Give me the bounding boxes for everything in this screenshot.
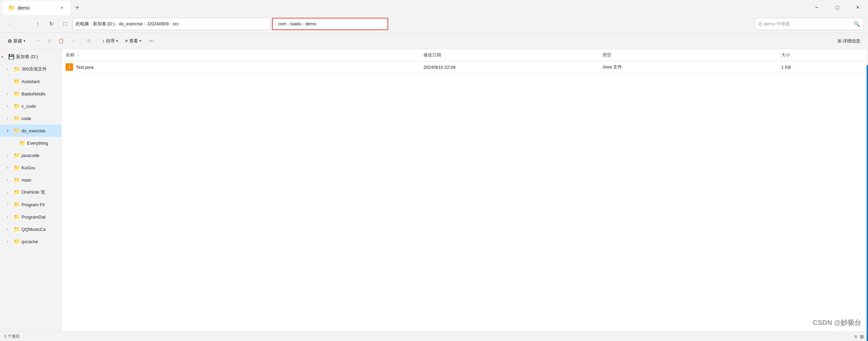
- sidebar-item-programfiles[interactable]: › 📁 Program Fil: [0, 198, 61, 211]
- sidebar-item-label-programdata: ProgramDat: [22, 214, 45, 220]
- search-bar[interactable]: 在 demo 中搜索 🔍: [755, 18, 864, 30]
- breadcrumb-do-exercise[interactable]: do_exercise: [119, 21, 143, 26]
- sidebar-item-label-programfiles: Program Fil: [22, 202, 44, 207]
- expand-arrow-onenote: ›: [7, 191, 12, 194]
- tab-title: demo: [18, 5, 30, 11]
- breadcrumb-sep5: ›: [275, 22, 277, 26]
- sidebar-item-qqmusic[interactable]: › 📁 QQMusicCa: [0, 223, 61, 235]
- sidebar-item-360[interactable]: › 📁 360压缩文件: [0, 63, 61, 75]
- sidebar-item-label-kugou: KuGou: [22, 165, 35, 170]
- close-button[interactable]: ×: [847, 0, 868, 15]
- sidebar-item-onenote[interactable]: › 📁 OneNote 笔: [0, 186, 61, 198]
- watermark: CSDN @妙极台: [813, 318, 861, 327]
- file-date: 2024/9/10 22:04: [419, 61, 598, 73]
- expand-arrow-360: ›: [7, 67, 12, 71]
- sidebar-item-ccode[interactable]: › 📁 c_code: [0, 100, 61, 112]
- breadcrumb-left[interactable]: 此电脑 › 新加卷 (D:) › do_exercise › J20240909…: [72, 18, 271, 30]
- sidebar-item-baidu[interactable]: › 📁 BaiduNetdis: [0, 88, 61, 100]
- details-button[interactable]: ⊞ 详细信息: [834, 35, 864, 47]
- breadcrumb-demo[interactable]: demo: [305, 21, 316, 26]
- sidebar-item-assistant[interactable]: 📁 Assistant: [0, 75, 61, 88]
- col-header-type[interactable]: 类型: [598, 49, 777, 61]
- copy-icon: ⧉: [48, 38, 51, 44]
- more-button[interactable]: ···: [145, 35, 158, 47]
- sidebar-item-label-code: code: [22, 116, 31, 121]
- sort-button[interactable]: ↕ 排序 ▾: [99, 35, 121, 47]
- new-tab-button[interactable]: +: [71, 0, 83, 15]
- sidebar-item-label-qqmusic: QQMusicCa: [22, 227, 46, 232]
- up-button[interactable]: ↑: [31, 18, 44, 30]
- cut-icon: ✂: [37, 38, 40, 43]
- search-icon[interactable]: 🔍: [854, 21, 860, 27]
- sidebar-item-label-everything: Everything: [27, 141, 48, 146]
- col-header-date[interactable]: 修改日期: [419, 49, 598, 61]
- file-table: 名称 ↑ 修改日期 类型 大小 J Test.java 2: [62, 49, 867, 73]
- paste-icon: 📋: [58, 38, 64, 43]
- sidebar-item-main[interactable]: › 📁 main: [0, 174, 61, 186]
- search-placeholder: 在 demo 中搜索: [758, 21, 851, 27]
- sidebar-item-label-onenote: OneNote 笔: [22, 189, 45, 195]
- view-grid-icon[interactable]: ⊞: [860, 334, 864, 339]
- folder-icon-qvcache: 📁: [14, 238, 20, 245]
- active-tab[interactable]: 📁 demo ×: [3, 0, 71, 15]
- breadcrumb-com[interactable]: com: [278, 21, 287, 26]
- view-icon: ≡: [125, 38, 128, 43]
- view-list-icon[interactable]: ≡: [854, 334, 857, 339]
- sidebar-item-label-drive: 新加卷 (D:): [16, 54, 38, 60]
- expand-arrow-kugou: ›: [7, 166, 12, 170]
- breadcrumb-sep7: ›: [303, 22, 304, 26]
- refresh-button[interactable]: ↻: [45, 18, 57, 30]
- folder-icon-do-exercise: 📁: [14, 128, 20, 134]
- sidebar-item-code[interactable]: › 📁 code: [0, 112, 61, 124]
- folder-icon-programdata: 📁: [14, 214, 20, 220]
- folder-icon-onenote: 📁: [14, 189, 20, 195]
- tab-close-button[interactable]: ×: [58, 4, 65, 11]
- sidebar-item-programdata[interactable]: › 📁 ProgramDat: [0, 211, 61, 223]
- maximize-button[interactable]: □: [827, 0, 847, 15]
- folder-icon-assistant: 📁: [14, 78, 20, 84]
- expand-arrow-programfiles: ›: [7, 203, 12, 207]
- sidebar-item-drive[interactable]: ▾ 💾 新加卷 (D:): [0, 51, 61, 63]
- folder-icon-code: 📁: [14, 115, 20, 121]
- sidebar-item-everything[interactable]: 📁 Everything: [0, 137, 61, 149]
- sidebar-item-do-exercise[interactable]: ▾ 📁 do_exercise: [0, 124, 61, 137]
- breadcrumb-drive[interactable]: 新加卷 (D:): [93, 21, 115, 27]
- col-header-name[interactable]: 名称 ↑: [62, 49, 419, 61]
- new-label: 新建: [13, 38, 22, 44]
- table-row[interactable]: J Test.java 2024/9/10 22:04 Java 文件 1 KB: [62, 61, 867, 73]
- file-area: 名称 ↑ 修改日期 类型 大小 J Test.java 2: [62, 49, 867, 331]
- folder-icon-main: 📁: [14, 177, 20, 183]
- sidebar-item-label-do-exercise: do_exercise: [22, 128, 45, 133]
- sidebar-item-label-qvcache: qvcache: [22, 239, 38, 244]
- col-header-size[interactable]: 大小: [777, 49, 867, 61]
- folder-icon-kugou: 📁: [14, 165, 20, 171]
- breadcrumb-highlighted[interactable]: › com › baidu › demo: [272, 18, 388, 30]
- sort-arrow-name: ↑: [77, 53, 79, 57]
- cmd-separator-2: [81, 37, 81, 45]
- breadcrumb-j20240909[interactable]: J20240909: [147, 21, 168, 26]
- sort-icon: ↕: [102, 38, 105, 43]
- expand-arrow-drive: ▾: [1, 55, 7, 59]
- status-right: ≡ ⊞: [854, 334, 864, 339]
- breadcrumb-src[interactable]: src: [173, 21, 178, 26]
- sidebar: ▾ 💾 新加卷 (D:) › 📁 360压缩文件 📁 Assistant › 📁…: [0, 49, 62, 331]
- recent-locations-button[interactable]: □: [59, 18, 71, 30]
- delete-icon: 🗑: [86, 38, 91, 43]
- tab-folder-icon: 📁: [8, 4, 15, 11]
- sidebar-item-qvcache[interactable]: › 📁 qvcache: [0, 235, 61, 248]
- new-button[interactable]: ⊕ 新建 ▾: [4, 35, 29, 47]
- share-button: ↗: [68, 35, 79, 47]
- delete-button: 🗑: [83, 35, 94, 47]
- sidebar-item-javacode[interactable]: › 📁 javacode: [0, 149, 61, 161]
- breadcrumb-baidu[interactable]: baidu: [290, 21, 301, 26]
- breadcrumb-pc[interactable]: 此电脑: [76, 21, 89, 27]
- copy-button: ⧉: [44, 35, 54, 47]
- view-button[interactable]: ≡ 查看 ▾: [122, 35, 145, 47]
- new-icon: ⊕: [8, 38, 12, 44]
- breadcrumb-sep1: ›: [90, 22, 92, 26]
- command-bar: ⊕ 新建 ▾ ✂ ⧉ 📋 ↗ 🗑 ↕ 排序 ▾ ≡ 查看 ▾ ··· ⊞ 详细信…: [0, 33, 868, 49]
- sidebar-item-kugou[interactable]: › 📁 KuGou: [0, 161, 61, 174]
- sidebar-item-label-assistant: Assistant: [22, 79, 40, 84]
- sort-label: 排序: [106, 38, 115, 44]
- minimize-button[interactable]: −: [806, 0, 827, 15]
